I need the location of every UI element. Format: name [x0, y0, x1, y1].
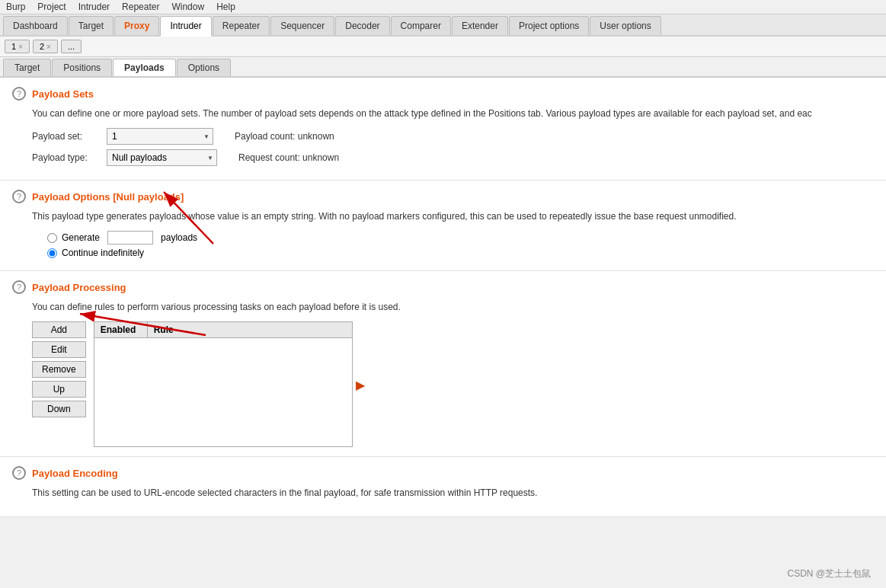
- payload-encoding-desc: This setting can be used to URL-encode s…: [12, 486, 874, 500]
- processing-table: Enabled Rule: [94, 321, 353, 447]
- payload-options-title: Payload Options [Null payloads]: [32, 191, 184, 203]
- payload-set-row: Payload set: 1 2 3 Payload count: unknow…: [12, 128, 874, 145]
- col-enabled: Enabled: [94, 322, 148, 337]
- content-area: ? Payload Sets You can define one or mor…: [0, 78, 886, 517]
- continue-radio[interactable]: [47, 248, 57, 258]
- close-tab-1-icon[interactable]: ×: [18, 43, 23, 51]
- menu-repeater[interactable]: Repeater: [122, 2, 159, 12]
- payload-sets-title: Payload Sets: [32, 88, 94, 100]
- col-rule: Rule: [148, 322, 352, 337]
- continue-label: Continue indefinitely: [62, 248, 144, 258]
- menu-burp[interactable]: Burp: [6, 2, 25, 12]
- down-button[interactable]: Down: [32, 401, 86, 417]
- payload-type-label: Payload type:: [32, 152, 101, 163]
- subtab-options[interactable]: Options: [177, 59, 231, 76]
- payload-sets-section: ? Payload Sets You can define one or mor…: [0, 78, 886, 181]
- payloads-label: payloads: [161, 232, 197, 243]
- sub-tab-bar: Target Positions Payloads Options: [0, 57, 886, 78]
- tab-sequencer[interactable]: Sequencer: [270, 16, 334, 35]
- payload-type-select[interactable]: Simple list Runtime file Custom iterator…: [107, 149, 217, 166]
- remove-button[interactable]: Remove: [32, 361, 86, 378]
- subtab-target[interactable]: Target: [3, 59, 51, 76]
- processing-area: Add Edit Remove Up Down Enabled Rule ▶: [12, 321, 874, 447]
- generate-label: Generate: [62, 232, 100, 243]
- add-button[interactable]: Add: [32, 321, 86, 338]
- watermark: CSDN @芝士土包鼠: [787, 567, 871, 580]
- payload-sets-desc: You can define one or more payload sets.…: [12, 107, 874, 120]
- tab-repeater[interactable]: Repeater: [213, 16, 270, 35]
- payload-processing-section: ? Payload Processing You can define rule…: [0, 271, 886, 457]
- instance-tab-more[interactable]: ...: [61, 40, 82, 53]
- processing-buttons: Add Edit Remove Up Down: [32, 321, 86, 447]
- payload-type-select-wrapper: Simple list Runtime file Custom iterator…: [107, 149, 217, 166]
- payload-set-select[interactable]: 1 2 3: [107, 128, 213, 145]
- menu-intruder[interactable]: Intruder: [78, 2, 110, 12]
- subtab-payloads[interactable]: Payloads: [113, 59, 176, 76]
- edit-button[interactable]: Edit: [32, 341, 86, 358]
- menu-bar: Burp Project Intruder Repeater Window He…: [0, 0, 886, 14]
- payload-encoding-header: ? Payload Encoding: [12, 466, 874, 480]
- instance-tab-bar: 1 × 2 × ...: [0, 37, 886, 57]
- instance-tab-1[interactable]: 1 ×: [5, 40, 30, 53]
- main-tab-bar: Dashboard Target Proxy Intruder Repeater…: [0, 14, 886, 37]
- menu-help[interactable]: Help: [216, 2, 235, 12]
- tab-dashboard[interactable]: Dashboard: [3, 16, 68, 35]
- payload-processing-help-icon[interactable]: ?: [12, 280, 26, 294]
- payload-options-section: ? Payload Options [Null payloads] This p…: [0, 181, 886, 271]
- tab-proxy[interactable]: Proxy: [114, 16, 159, 35]
- payload-options-desc: This payload type generates payloads who…: [12, 209, 874, 223]
- payload-encoding-section: ? Payload Encoding This setting can be u…: [0, 457, 886, 517]
- generate-count-input[interactable]: [107, 231, 153, 244]
- generate-radio[interactable]: [47, 233, 57, 243]
- payload-sets-help-icon[interactable]: ?: [12, 87, 26, 101]
- proc-table-wrapper: Enabled Rule ▶: [94, 321, 353, 447]
- tab-comparer[interactable]: Comparer: [391, 16, 451, 35]
- payload-options-header: ? Payload Options [Null payloads]: [12, 190, 874, 203]
- up-button[interactable]: Up: [32, 381, 86, 398]
- menu-project[interactable]: Project: [37, 2, 66, 12]
- menu-window[interactable]: Window: [171, 2, 204, 12]
- request-count-text: Request count: unknown: [238, 152, 339, 163]
- tab-target[interactable]: Target: [69, 16, 114, 35]
- generate-radio-row: Generate payloads: [12, 231, 874, 244]
- tab-intruder[interactable]: Intruder: [160, 16, 211, 37]
- tab-decoder[interactable]: Decoder: [335, 16, 389, 35]
- payload-processing-title: Payload Processing: [32, 282, 126, 293]
- continue-radio-row: Continue indefinitely: [12, 248, 874, 258]
- payload-count-text: Payload count: unknown: [235, 131, 334, 142]
- payload-sets-header: ? Payload Sets: [12, 87, 874, 101]
- tab-project-options[interactable]: Project options: [509, 16, 589, 35]
- payload-processing-header: ? Payload Processing: [12, 280, 874, 294]
- tab-extender[interactable]: Extender: [452, 16, 508, 35]
- close-tab-2-icon[interactable]: ×: [46, 43, 51, 51]
- payload-options-help-icon[interactable]: ?: [12, 190, 26, 203]
- instance-tab-2[interactable]: 2 ×: [33, 40, 58, 53]
- tab-user-options[interactable]: User options: [590, 16, 661, 35]
- payload-encoding-help-icon[interactable]: ?: [12, 466, 26, 480]
- payload-set-label: Payload set:: [32, 131, 101, 142]
- subtab-positions[interactable]: Positions: [52, 59, 112, 76]
- payload-encoding-title: Payload Encoding: [32, 468, 118, 479]
- payload-processing-desc: You can define rules to perform various …: [12, 300, 874, 314]
- payload-set-select-wrapper: 1 2 3: [107, 128, 213, 145]
- expand-icon[interactable]: ▶: [356, 377, 365, 391]
- payload-type-row: Payload type: Simple list Runtime file C…: [12, 149, 874, 166]
- table-header-row: Enabled Rule: [94, 322, 352, 338]
